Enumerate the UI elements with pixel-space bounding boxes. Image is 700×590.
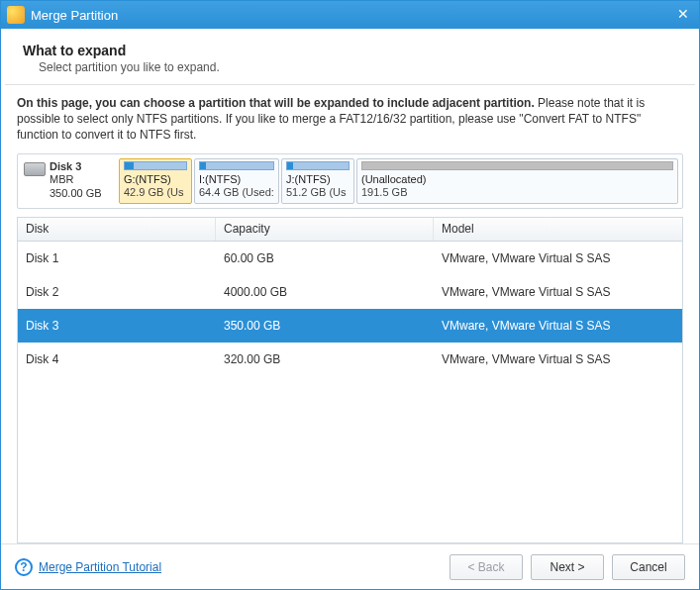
cell-capacity: 4000.00 GB bbox=[216, 281, 434, 303]
usage-bar bbox=[286, 161, 350, 170]
disk-strip: Disk 3 MBR 350.00 GB G:(NTFS)42.9 GB (Us… bbox=[17, 153, 683, 210]
cell-disk: Disk 2 bbox=[18, 281, 216, 303]
help-icon: ? bbox=[15, 558, 33, 576]
cell-model: VMware, VMware Virtual S SAS bbox=[434, 315, 682, 337]
partition-label: (Unallocated) bbox=[361, 173, 673, 187]
merge-partition-window: Merge Partition ✕ What to expand Select … bbox=[0, 0, 700, 590]
partition-block[interactable]: G:(NTFS)42.9 GB (Us bbox=[119, 158, 192, 205]
partition-size: 191.5 GB bbox=[361, 186, 673, 200]
intro-text: On this page, you can choose a partition… bbox=[17, 95, 683, 144]
table-row[interactable]: Disk 160.00 GBVMware, VMware Virtual S S… bbox=[18, 242, 682, 275]
help-link-group: ? Merge Partition Tutorial bbox=[15, 558, 161, 576]
col-capacity: Capacity bbox=[216, 218, 434, 241]
table-row[interactable]: Disk 4320.00 GBVMware, VMware Virtual S … bbox=[18, 343, 682, 376]
col-model: Model bbox=[434, 218, 682, 241]
disk-table: Disk Capacity Model Disk 160.00 GBVMware… bbox=[17, 217, 683, 543]
partition-list: G:(NTFS)42.9 GB (UsI:(NTFS)64.4 GB (Used… bbox=[119, 158, 678, 205]
usage-bar bbox=[199, 161, 274, 170]
partition-size: 42.9 GB (Us bbox=[124, 186, 187, 200]
disk-name: Disk 3 bbox=[50, 160, 102, 174]
partition-label: G:(NTFS) bbox=[124, 173, 187, 187]
titlebar: Merge Partition ✕ bbox=[1, 1, 699, 29]
tutorial-link[interactable]: Merge Partition Tutorial bbox=[39, 560, 161, 574]
wizard-header: What to expand Select partition you like… bbox=[1, 29, 699, 84]
table-row[interactable]: Disk 3350.00 GBVMware, VMware Virtual S … bbox=[18, 309, 682, 343]
cell-capacity: 60.00 GB bbox=[216, 247, 434, 269]
cell-disk: Disk 1 bbox=[18, 247, 216, 269]
cell-model: VMware, VMware Virtual S SAS bbox=[434, 348, 682, 370]
partition-block[interactable]: (Unallocated)191.5 GB bbox=[356, 158, 678, 205]
content-area: On this page, you can choose a partition… bbox=[1, 85, 699, 543]
cell-model: VMware, VMware Virtual S SAS bbox=[434, 281, 682, 303]
cell-capacity: 350.00 GB bbox=[216, 315, 434, 337]
partition-size: 64.4 GB (Used: bbox=[199, 186, 274, 200]
disk-info: Disk 3 MBR 350.00 GB bbox=[22, 158, 117, 205]
table-body: Disk 160.00 GBVMware, VMware Virtual S S… bbox=[18, 242, 682, 542]
partition-label: J:(NTFS) bbox=[286, 173, 350, 187]
table-header: Disk Capacity Model bbox=[18, 218, 682, 242]
cell-capacity: 320.00 GB bbox=[216, 348, 434, 370]
usage-bar bbox=[124, 161, 187, 170]
page-heading: What to expand bbox=[23, 43, 677, 58]
col-disk: Disk bbox=[18, 218, 216, 241]
partition-block[interactable]: J:(NTFS)51.2 GB (Us bbox=[281, 158, 354, 205]
cancel-button[interactable]: Cancel bbox=[612, 554, 685, 580]
partition-size: 51.2 GB (Us bbox=[286, 186, 350, 200]
close-icon[interactable]: ✕ bbox=[673, 5, 693, 25]
cell-disk: Disk 4 bbox=[18, 348, 216, 370]
intro-bold: On this page, you can choose a partition… bbox=[17, 96, 535, 110]
disk-scheme: MBR bbox=[50, 173, 102, 187]
partition-label: I:(NTFS) bbox=[199, 173, 274, 187]
window-title: Merge Partition bbox=[31, 8, 673, 23]
disk-icon bbox=[24, 162, 46, 176]
partition-block[interactable]: I:(NTFS)64.4 GB (Used: bbox=[194, 158, 279, 205]
back-button[interactable]: < Back bbox=[450, 554, 523, 580]
page-subheading: Select partition you like to expand. bbox=[39, 60, 677, 74]
disk-size: 350.00 GB bbox=[50, 187, 102, 201]
usage-bar bbox=[361, 161, 673, 170]
app-icon bbox=[7, 6, 25, 24]
table-row[interactable]: Disk 24000.00 GBVMware, VMware Virtual S… bbox=[18, 275, 682, 309]
footer: ? Merge Partition Tutorial < Back Next >… bbox=[1, 543, 699, 589]
next-button[interactable]: Next > bbox=[531, 554, 604, 580]
cell-disk: Disk 3 bbox=[18, 315, 216, 337]
cell-model: VMware, VMware Virtual S SAS bbox=[434, 247, 682, 269]
